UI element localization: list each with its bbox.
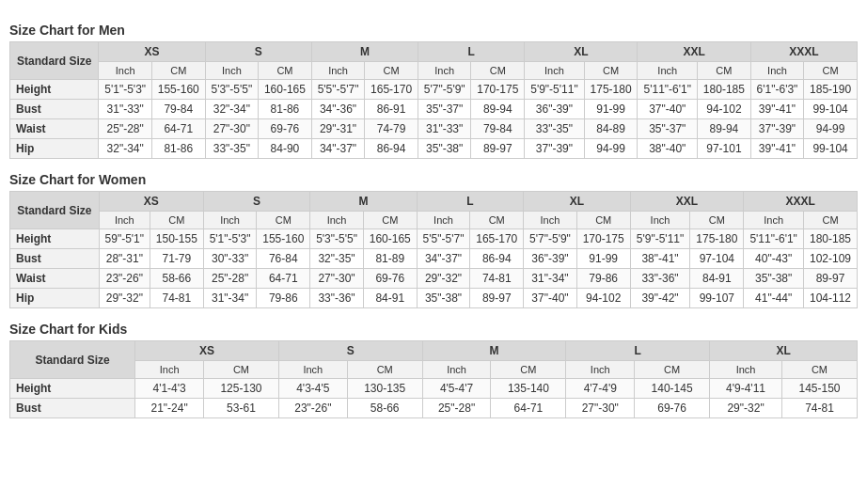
cell-value: 150-155 [150,229,203,249]
cell-value: 76-84 [257,249,310,269]
table-row: Bust28"-31"71-7930"-33"76-8432"-35"81-89… [10,249,858,269]
men-xl-header: XL [525,42,638,62]
row-label: Height [10,379,135,399]
cell-value: 25"-28" [422,399,491,418]
cell-value: 79-86 [576,269,630,289]
cell-value: 99-107 [690,289,744,308]
cell-value: 36"-39" [524,249,577,269]
cell-value: 104-112 [804,289,858,308]
kids-header-row: Standard Size XS S M L XL [10,341,858,361]
table-row: Hip32"-34"81-8633"-35"84-9034"-37"86-943… [10,139,858,159]
row-label: Height [10,80,99,100]
cell-value: 31"-33" [418,119,470,139]
men-std-size-header: Standard Size [10,42,99,80]
cell-value: 5'5"-5'7" [417,229,470,249]
cell-value: 130-135 [347,379,422,399]
women-xxxl-header: XXXL [744,192,858,212]
men-unit-row: InchCM InchCM InchCM InchCM InchCM InchC… [10,62,858,80]
cell-value: 23"-26" [278,399,347,418]
cell-value: 36"-39" [525,100,585,119]
cell-value: 29"-31" [311,119,364,139]
kids-m-header: M [422,341,566,361]
cell-value: 27"-30" [566,399,635,418]
cell-value: 175-180 [690,229,744,249]
cell-value: 4'3-4'5 [278,379,347,399]
cell-value: 84-91 [363,289,417,308]
cell-value: 5'9"-5'11" [525,80,585,100]
cell-value: 81-86 [151,139,205,159]
cell-value: 89-97 [804,269,858,289]
cell-value: 58-66 [150,269,203,289]
cell-value: 86-94 [365,139,418,159]
table-row: Bust31"-33"79-8432"-34"81-8634"-36"86-91… [10,100,858,119]
cell-value: 35"-37" [418,100,470,119]
cell-value: 74-79 [365,119,418,139]
cell-value: 170-175 [471,80,525,100]
cell-value: 37"-40" [524,289,577,308]
cell-value: 135-140 [491,379,566,399]
cell-value: 5'7"-5'9" [524,229,577,249]
cell-value: 71-79 [150,249,203,269]
men-table: Standard Size XS S M L XL XXL XXXL InchC… [9,41,858,159]
cell-value: 175-180 [584,80,638,100]
cell-value: 31"-33" [99,100,151,119]
cell-value: 23"-26" [99,269,150,289]
men-xs-header: XS [99,42,205,62]
cell-value: 40"-43" [744,249,804,269]
men-l-header: L [418,42,524,62]
women-m-header: M [310,192,417,212]
cell-value: 89-94 [471,100,525,119]
women-xxl-header: XXL [630,192,744,212]
cell-value: 180-185 [698,80,751,100]
cell-value: 27"-30" [205,119,258,139]
cell-value: 145-150 [781,379,857,399]
cell-value: 35"-38" [418,139,470,159]
women-l-header: L [417,192,523,212]
cell-value: 64-71 [257,269,310,289]
cell-value: 38"-41" [630,249,690,269]
women-s-header: S [203,192,309,212]
cell-value: 5'1"-5'3" [203,229,257,249]
row-label: Waist [10,269,100,289]
men-header-row: Standard Size XS S M L XL XXL XXXL [10,42,858,62]
cell-value: 81-89 [363,249,417,269]
cell-value: 58-66 [347,399,422,418]
cell-value: 5'9"-5'11" [630,229,690,249]
kids-xs-header: XS [135,341,279,361]
row-label: Bust [10,249,100,269]
cell-value: 74-81 [470,269,524,289]
cell-value: 155-160 [257,229,310,249]
cell-value: 125-130 [203,379,278,399]
cell-value: 5'11"-6'1" [638,80,698,100]
cell-value: 5'11"-6'1" [744,229,804,249]
cell-value: 79-84 [471,119,525,139]
table-row: Height4'1-4'3125-1304'3-4'5130-1354'5-4'… [10,379,858,399]
kids-table: Standard Size XS S M L XL InchCM InchCM … [9,340,858,418]
cell-value: 155-160 [151,80,205,100]
cell-value: 21"-24" [135,399,204,418]
cell-value: 69-76 [635,399,710,418]
men-s-header: S [205,42,311,62]
cell-value: 165-170 [365,80,418,100]
cell-value: 5'7"-5'9" [418,80,470,100]
cell-value: 99-104 [804,100,858,119]
cell-value: 180-185 [804,229,858,249]
women-body: Height59"-5'1"150-1555'1"-5'3"155-1605'3… [10,229,858,308]
cell-value: 160-165 [363,229,417,249]
cell-value: 29"-32" [417,269,470,289]
cell-value: 86-94 [470,249,524,269]
cell-value: 32"-35" [310,249,364,269]
row-label: Waist [10,119,99,139]
cell-value: 94-102 [576,289,630,308]
cell-value: 102-109 [804,249,858,269]
cell-value: 29"-32" [710,399,782,418]
cell-value: 74-81 [150,289,203,308]
cell-value: 31"-34" [203,289,257,308]
cell-value: 53-61 [203,399,278,418]
cell-value: 86-91 [365,100,418,119]
cell-value: 64-71 [491,399,566,418]
cell-value: 32"-34" [205,100,258,119]
cell-value: 30"-33" [203,249,257,269]
cell-value: 25"-28" [203,269,257,289]
cell-value: 89-94 [698,119,751,139]
